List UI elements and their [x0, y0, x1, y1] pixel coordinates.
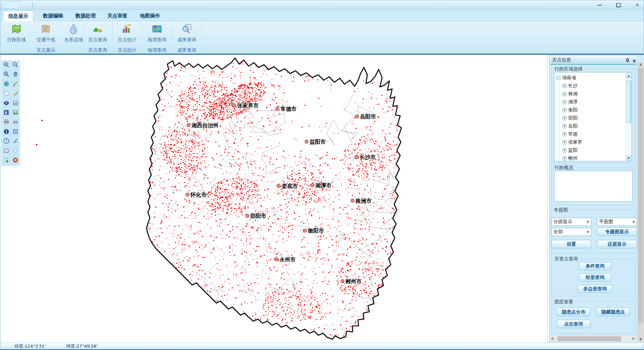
- ribbon-button-1[interactable]: 行政区域: [2, 22, 31, 47]
- polygon-query-button[interactable]: 多边形查询: [578, 285, 612, 293]
- expand-icon[interactable]: +: [562, 100, 567, 104]
- scroll-right-icon[interactable]: >: [630, 336, 636, 342]
- scroll-left-icon[interactable]: <: [549, 336, 555, 342]
- tree-node-city[interactable]: +常德: [562, 130, 582, 138]
- tree-node-city[interactable]: +张家界: [562, 138, 582, 146]
- click-query-button[interactable]: 点击查询: [557, 320, 590, 328]
- rectangle-shape-icon: [3, 148, 9, 154]
- vscroll-thumb[interactable]: [638, 68, 643, 323]
- window-layout-tool[interactable]: [3, 109, 10, 116]
- ribbon-button-5[interactable]: 灾点统计: [113, 22, 141, 47]
- tree-node-city[interactable]: +衡阳: [562, 106, 582, 114]
- expand-icon[interactable]: +: [562, 124, 567, 128]
- pin-button[interactable]: [625, 57, 631, 64]
- tree-scroll-down[interactable]: ▼: [626, 155, 631, 161]
- rectangle-query-button[interactable]: 矩形查询: [579, 273, 611, 282]
- close-red-tool[interactable]: [12, 156, 19, 164]
- ribbon-button-label: 交通干线: [37, 37, 55, 43]
- info-tool[interactable]: [3, 128, 10, 135]
- expand-icon[interactable]: +: [562, 156, 567, 160]
- rectangle-shape-tool[interactable]: [3, 147, 10, 154]
- collapse-icon[interactable]: −: [556, 76, 560, 80]
- measure-pencil-tool[interactable]: [12, 80, 19, 88]
- maximize-button[interactable]: [614, 1, 623, 9]
- map-viewport[interactable]: 张家界市常德市岳阳市湘西自治州益阳市长沙市娄底市湘潭市怀化市株洲市邵阳市衡阳市永…: [0, 55, 548, 343]
- province-map[interactable]: 张家界市常德市岳阳市湘西自治州益阳市长沙市娄底市湘潭市怀化市株洲市邵阳市衡阳市永…: [0, 55, 548, 343]
- tab-3[interactable]: 数据处理: [71, 11, 100, 21]
- help-tool[interactable]: ?: [3, 137, 10, 145]
- tab-5[interactable]: 地图操作: [135, 11, 165, 21]
- expand-icon[interactable]: +: [562, 148, 567, 152]
- tree-scroll-up[interactable]: ▲: [626, 73, 631, 78]
- scroll-up-icon[interactable]: ∧: [637, 62, 644, 67]
- tree-node-city[interactable]: +邵阳: [562, 114, 582, 122]
- expand-icon[interactable]: +: [562, 108, 567, 112]
- expand-icon[interactable]: +: [562, 116, 567, 120]
- level-display-select[interactable]: 分级显示 ▼: [551, 218, 591, 226]
- hide-hazard-button[interactable]: 隐藏隐患点: [596, 308, 630, 316]
- tree-node-city[interactable]: +长沙: [562, 82, 582, 90]
- panel-vertical-scrollbar[interactable]: ∧ ∨: [637, 62, 644, 342]
- calculator-grid-tool[interactable]: [12, 99, 19, 107]
- panel-horizontal-scrollbar[interactable]: < >: [549, 336, 636, 342]
- tree-node-city[interactable]: +郴州: [562, 154, 582, 161]
- ellipse-shape-tool[interactable]: [12, 147, 19, 154]
- zoom-extent-tool[interactable]: [3, 70, 10, 78]
- panel-close-button[interactable]: ×: [631, 57, 637, 64]
- settings-button[interactable]: 设置: [551, 240, 591, 248]
- select-marquee-tool[interactable]: [3, 156, 10, 164]
- color-printer-tool[interactable]: [12, 118, 19, 126]
- image-tool[interactable]: [12, 109, 19, 116]
- ribbon-button-4[interactable]: 灾点查询: [84, 22, 112, 47]
- pan-hand-tool[interactable]: [12, 70, 19, 78]
- ribbon-button-6[interactable]: 地理查询: [143, 22, 171, 47]
- thematic-show-button[interactable]: 专题图显示: [597, 228, 637, 236]
- tab-4[interactable]: 灾点审查: [103, 11, 132, 21]
- tree-scroll-thumb[interactable]: [626, 80, 631, 123]
- scroll-down-icon[interactable]: ∨: [637, 337, 644, 342]
- traffic-road-icon: [40, 22, 52, 36]
- globe-tool[interactable]: [3, 80, 10, 88]
- tree-node-city[interactable]: +株洲: [562, 90, 582, 98]
- highlighter-brush-icon: [12, 90, 18, 96]
- zoom-in-tool[interactable]: [3, 61, 10, 68]
- condition-query-button[interactable]: 条件查询: [579, 262, 611, 270]
- panel-title-bar[interactable]: 灾点信息 ×: [550, 56, 637, 65]
- expand-icon[interactable]: +: [562, 92, 567, 96]
- close-button[interactable]: ×: [633, 1, 642, 9]
- overview-textarea[interactable]: [554, 171, 633, 202]
- city-label: 张家界市: [237, 102, 259, 109]
- tab-2[interactable]: 数据编辑: [38, 11, 68, 21]
- region-tree[interactable]: −湖南省+长沙+株洲+湘潭+衡阳+邵阳+岳阳+常德+张家界+益阳+郴州 ▲ ▼: [554, 72, 632, 161]
- signature-pen-tool[interactable]: [12, 137, 19, 145]
- hscroll-thumb[interactable]: [557, 336, 621, 341]
- hazard-distribution-button[interactable]: 隐患点分布: [557, 308, 590, 316]
- polygon-blank-tool[interactable]: [3, 90, 10, 97]
- ribbon-button-7[interactable]: 成果查询: [173, 22, 201, 47]
- chevron-down-icon: ▼: [631, 220, 637, 224]
- scope-select[interactable]: 全部 ▼: [551, 228, 591, 236]
- tree-node-city[interactable]: +湘潭: [562, 98, 582, 106]
- restore-display-button[interactable]: 还原显示: [597, 240, 637, 248]
- expand-icon[interactable]: +: [562, 140, 567, 144]
- zoom-out-tool[interactable]: [12, 61, 19, 68]
- eye-sphere-tool[interactable]: [3, 99, 10, 107]
- maximize-icon: [616, 3, 621, 7]
- map-type-select[interactable]: 平面图 ▼: [597, 218, 637, 226]
- ribbon-button-2[interactable]: 交通干线: [32, 22, 60, 47]
- tree-scrollbar[interactable]: ▲ ▼: [626, 73, 631, 161]
- expand-icon[interactable]: +: [562, 84, 567, 88]
- tab-1[interactable]: 信息展示: [3, 11, 33, 21]
- minimize-button[interactable]: [595, 1, 604, 9]
- tree-node-root[interactable]: −湖南省: [556, 74, 582, 82]
- tree-node-city[interactable]: +益阳: [562, 146, 582, 154]
- quick-access-toolbar[interactable]: [2, 1, 20, 8]
- printer-tool[interactable]: [3, 118, 10, 126]
- tree-node-city[interactable]: +岳阳: [562, 122, 582, 130]
- signature-pen-icon: [12, 138, 18, 144]
- ribbon-button-label: 地理查询: [148, 37, 166, 43]
- city-marker: [341, 280, 344, 283]
- document-list-tool[interactable]: [12, 128, 19, 135]
- highlighter-brush-tool[interactable]: [12, 90, 19, 97]
- expand-icon[interactable]: +: [562, 132, 567, 136]
